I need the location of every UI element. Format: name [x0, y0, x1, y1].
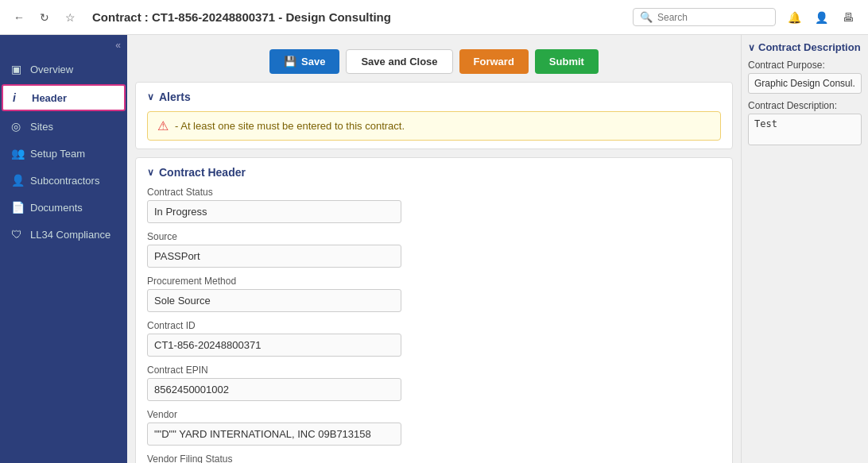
alerts-section: ∨ Alerts ⚠ - At least one site must be e… [135, 82, 733, 149]
sidebar-label-setup-team: Setup Team [30, 148, 85, 160]
search-icon: 🔍 [640, 11, 653, 23]
field-contract-status: Contract Status [147, 187, 721, 223]
contract-epin-input[interactable] [147, 378, 401, 401]
contract-purpose-input[interactable] [748, 73, 862, 94]
procurement-method-input[interactable] [147, 289, 401, 312]
contract-header-title: ∨ Contract Header [147, 166, 721, 179]
contract-desc-textarea[interactable] [748, 114, 862, 145]
forward-button[interactable]: Forward [459, 49, 529, 74]
save-button[interactable]: 💾 Save [269, 49, 339, 74]
alerts-section-header: ∨ Alerts [147, 91, 721, 103]
user-icon[interactable]: 👤 [811, 7, 831, 28]
sidebar-item-documents[interactable]: 📄 Documents [0, 194, 127, 221]
contract-id-input[interactable] [147, 334, 401, 357]
search-box: 🔍 [633, 8, 776, 26]
field-procurement-method: Procurement Method [147, 276, 721, 312]
ll34-icon: 🛡 [11, 228, 24, 241]
search-input[interactable] [657, 12, 769, 23]
field-source: Source [147, 231, 721, 268]
source-input[interactable] [147, 245, 401, 268]
field-contract-epin: Contract EPIN [147, 365, 721, 401]
right-panel: ∨ Contract Description Contract Purpose:… [741, 35, 868, 463]
contract-purpose-label: Contract Purpose: [748, 60, 862, 71]
contract-header-section: ∨ Contract Header Contract Status Source… [135, 157, 733, 463]
procurement-method-label: Procurement Method [147, 276, 721, 287]
contract-status-input[interactable] [147, 200, 401, 223]
sidebar-collapse-btn[interactable]: « [0, 35, 127, 56]
contract-id-label: Contract ID [147, 320, 721, 331]
history-button[interactable]: ↻ [35, 8, 54, 27]
documents-icon: 📄 [11, 201, 24, 214]
field-contract-id: Contract ID [147, 320, 721, 357]
source-label: Source [147, 231, 721, 242]
sidebar-label-overview: Overview [30, 64, 73, 75]
alert-icon: ⚠ [157, 118, 169, 133]
header-icon: i [13, 91, 25, 104]
sidebar-label-ll34: LL34 Compliance [30, 229, 110, 241]
page-title: Contract : CT1-856-20248800371 - Design … [92, 10, 633, 24]
alert-message: ⚠ - At least one site must be entered to… [147, 111, 721, 141]
sidebar-label-documents: Documents [30, 202, 83, 214]
sidebar-label-sites: Sites [30, 121, 53, 133]
right-panel-chevron[interactable]: ∨ [748, 42, 755, 53]
contract-epin-label: Contract EPIN [147, 365, 721, 376]
vendor-label: Vendor [147, 409, 721, 420]
back-button[interactable]: ← [10, 8, 29, 27]
print-icon[interactable]: 🖶 [838, 7, 858, 28]
subcontractors-icon: 👤 [11, 174, 24, 187]
sidebar-label-header: Header [32, 92, 67, 104]
sidebar-item-overview[interactable]: ▣ Overview [0, 56, 127, 83]
notification-icon[interactable]: 🔔 [784, 7, 804, 28]
alerts-chevron[interactable]: ∨ [147, 91, 154, 102]
favorite-button[interactable]: ☆ [60, 8, 79, 27]
sidebar-item-subcontractors[interactable]: 👤 Subcontractors [0, 167, 127, 194]
sites-icon: ◎ [11, 120, 24, 133]
sidebar-item-setup-team[interactable]: 👥 Setup Team [0, 140, 127, 167]
submit-button[interactable]: Submit [535, 49, 599, 74]
field-vendor: Vendor [147, 409, 721, 446]
sidebar-label-subcontractors: Subcontractors [30, 175, 99, 187]
sidebar-item-sites[interactable]: ◎ Sites [0, 113, 127, 140]
vendor-filing-status-label: Vendor Filing Status [147, 453, 721, 463]
sidebar-item-header[interactable]: i Header [2, 84, 126, 111]
save-close-button[interactable]: Save and Close [346, 49, 452, 74]
save-icon: 💾 [284, 56, 296, 68]
setup-team-icon: 👥 [11, 147, 24, 160]
contract-header-chevron[interactable]: ∨ [147, 167, 154, 178]
overview-icon: ▣ [11, 63, 24, 75]
contract-desc-label: Contract Description: [748, 100, 862, 111]
action-bar: 💾 Save Save and Close Forward Submit [135, 43, 733, 82]
contract-status-label: Contract Status [147, 187, 721, 198]
sidebar-item-ll34[interactable]: 🛡 LL34 Compliance [0, 221, 127, 248]
field-vendor-filing-status: Vendor Filing Status [147, 453, 721, 463]
vendor-input[interactable] [147, 422, 401, 446]
right-panel-header: ∨ Contract Description [748, 41, 862, 53]
